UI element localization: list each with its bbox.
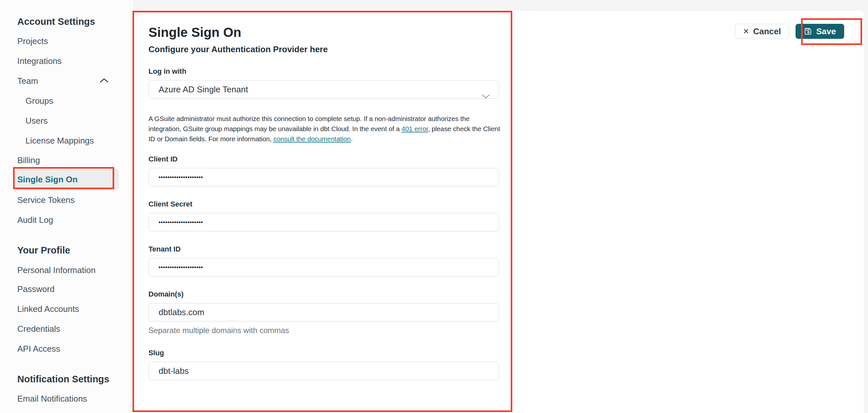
client-id-input[interactable] [149, 168, 499, 186]
sidebar-item-users[interactable]: Users [26, 115, 48, 126]
save-button-label: Save [816, 26, 836, 36]
cancel-button[interactable]: ✕ Cancel [735, 24, 789, 39]
cancel-button-label: Cancel [753, 26, 781, 36]
page-title: Single Sign On [149, 25, 514, 40]
page-background: { "app": { "accent_teal": "#15717d", "sa… [0, 0, 868, 413]
sidebar-item-integrations[interactable]: Integrations [17, 56, 62, 67]
gsuite-notice-text: A GSuite administrator must authorize th… [149, 114, 514, 144]
floppy-disk-icon [804, 27, 812, 36]
sso-settings-card: ✕ Cancel Save Single Sign On Configure y… [134, 11, 864, 413]
sidebar-item-license-mappings[interactable]: License Mappings [26, 135, 94, 146]
sidebar-heading-your-profile: Your Profile [17, 245, 70, 256]
domains-label: Domain(s) [149, 290, 514, 299]
save-button[interactable]: Save [796, 24, 844, 39]
domains-helper-text: Separate multiple domains with commas [149, 326, 514, 335]
sidebar-heading-notification-settings: Notification Settings [17, 374, 109, 385]
sidebar-item-team[interactable]: Team [17, 75, 38, 87]
login-with-label: Log in with [149, 67, 514, 76]
sidebar-item-credentials[interactable]: Credentials [17, 323, 60, 335]
sidebar-item-password[interactable]: Password [17, 284, 55, 294]
x-icon: ✕ [743, 27, 749, 36]
sidebar-item-email-notifications[interactable]: Email Notifications [17, 393, 87, 404]
sidebar-item-personal-information[interactable]: Personal Information [17, 264, 96, 276]
link-401-error[interactable]: 401 error [401, 125, 428, 132]
tenant-id-input[interactable] [149, 258, 499, 276]
form-actions: ✕ Cancel Save [735, 24, 844, 39]
client-secret-label: Client Secret [149, 200, 514, 209]
domains-input[interactable] [149, 303, 499, 321]
link-consult-documentation[interactable]: consult the documentation [274, 135, 351, 142]
tenant-id-label: Tenant ID [149, 245, 514, 254]
sso-form: Single Sign On Configure your Authentica… [149, 11, 514, 380]
client-id-label: Client ID [149, 155, 514, 164]
client-secret-input[interactable] [149, 213, 499, 231]
sidebar-heading-account-settings: Account Settings [17, 16, 95, 27]
sidebar-item-linked-accounts[interactable]: Linked Accounts [17, 304, 79, 315]
login-with-select[interactable]: Azure AD Single Tenant [149, 80, 499, 98]
sidebar-item-billing[interactable]: Billing [17, 155, 40, 166]
settings-sidebar: Account Settings Projects Integrations T… [0, 0, 134, 413]
sidebar-item-api-access[interactable]: API Access [17, 343, 60, 354]
sidebar-item-projects[interactable]: Projects [17, 36, 48, 46]
sidebar-item-groups[interactable]: Groups [26, 95, 53, 106]
sidebar-item-single-sign-on[interactable]: Single Sign On [17, 174, 78, 185]
chevron-down-icon [482, 88, 490, 105]
sidebar-item-service-tokens[interactable]: Service Tokens [17, 194, 75, 205]
page-subtitle: Configure your Authentication Provider h… [149, 44, 514, 55]
sidebar-item-audit-log[interactable]: Audit Log [17, 214, 53, 225]
chevron-up-icon[interactable] [99, 77, 108, 85]
login-with-selected-value: Azure AD Single Tenant [159, 85, 248, 94]
slug-label: Slug [149, 348, 514, 357]
slug-input[interactable] [149, 362, 499, 380]
